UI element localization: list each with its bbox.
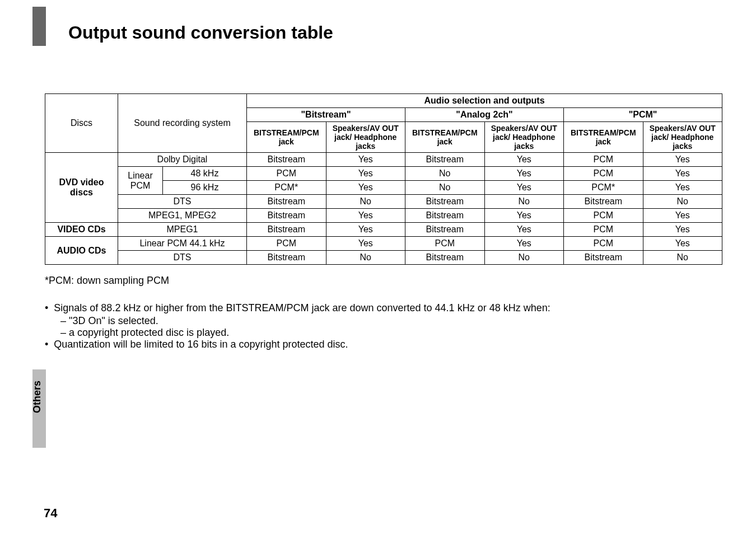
cell: Yes [643, 237, 722, 251]
cell: PCM [564, 153, 643, 167]
cell: No [326, 251, 405, 265]
conversion-table: Discs Sound recording system Audio selec… [45, 93, 722, 265]
header-sub-jack: BITSTREAM/PCM jack [405, 122, 485, 153]
cell: No [405, 181, 485, 195]
header-sub-jack: BITSTREAM/PCM jack [564, 122, 643, 153]
cell: PCM [564, 209, 643, 223]
row-dts: DTS [118, 195, 247, 209]
page: Output sound conversion table Discs Soun… [0, 0, 756, 534]
cell: Yes [484, 209, 564, 223]
row-video-label: VIDEO CDs [45, 223, 118, 237]
cell: Bitstream [405, 251, 485, 265]
row-dts2: DTS [118, 251, 247, 265]
section-label: Others [31, 381, 43, 413]
cell: Yes [643, 167, 722, 181]
header-sub-speakers: Speakers/AV OUT jack/ Headphone jacks [484, 122, 564, 153]
header-srs: Sound recording system [118, 94, 247, 153]
cell: Yes [643, 223, 722, 237]
cell: PCM [247, 167, 326, 181]
row-dvd-label: DVD video discs [45, 153, 118, 223]
row-audio-label: AUDIO CDs [45, 237, 118, 265]
cell: Yes [484, 153, 564, 167]
cell: Yes [484, 223, 564, 237]
header-sub-speakers: Speakers/AV OUT jack/ Headphone jacks [326, 122, 405, 153]
cell: PCM [405, 237, 485, 251]
header-mode-analog: "Analog 2ch" [405, 108, 564, 122]
cell: Yes [484, 237, 564, 251]
cell: No [484, 195, 564, 209]
bullet-2: Quantization will be limited to 16 bits … [45, 339, 722, 350]
cell: Yes [326, 237, 405, 251]
page-number: 74 [44, 506, 57, 521]
cell: Bitstream [247, 251, 326, 265]
row-mpeg1: MPEG1 [118, 223, 247, 237]
header-sub-speakers: Speakers/AV OUT jack/ Headphone jacks [643, 122, 722, 153]
cell: PCM* [247, 181, 326, 195]
cell: No [484, 251, 564, 265]
cell: Yes [643, 181, 722, 195]
row-mpeg12: MPEG1, MPEG2 [118, 209, 247, 223]
cell: Yes [643, 209, 722, 223]
bullet-1-sub2: – a copyright protected disc is played. [60, 327, 722, 339]
cell: Yes [326, 223, 405, 237]
header-audio-sel: Audio selection and outputs [247, 94, 722, 108]
cell: Bitstream [247, 153, 326, 167]
cell: Yes [643, 153, 722, 167]
row-96khz: 96 kHz [163, 181, 247, 195]
cell: Bitstream [247, 223, 326, 237]
footnote-pcm: *PCM: down sampling PCM [45, 275, 722, 287]
cell: Yes [484, 181, 564, 195]
cell: Yes [326, 167, 405, 181]
cell: No [643, 195, 722, 209]
cell: Bitstream [564, 195, 643, 209]
notes: Signals of 88.2 kHz or higher from the B… [45, 302, 722, 350]
cell: Bitstream [405, 209, 485, 223]
bullet-1-sub1: – "3D On" is selected. [60, 315, 722, 327]
cell: PCM [247, 237, 326, 251]
page-title: Output sound conversion table [68, 22, 722, 43]
header-sub-jack: BITSTREAM/PCM jack [247, 122, 326, 153]
cell: Bitstream [564, 251, 643, 265]
cell: PCM* [564, 181, 643, 195]
cell: PCM [564, 167, 643, 181]
cell: Yes [484, 167, 564, 181]
bullet-1: Signals of 88.2 kHz or higher from the B… [45, 302, 722, 314]
header-discs: Discs [45, 94, 118, 153]
cell: Bitstream [405, 195, 485, 209]
row-linear-pcm: Linear PCM [118, 167, 163, 195]
cell: Bitstream [405, 223, 485, 237]
cell: Yes [326, 181, 405, 195]
cell: Bitstream [247, 209, 326, 223]
cell: No [405, 167, 485, 181]
cell: Yes [326, 209, 405, 223]
cell: Yes [326, 153, 405, 167]
row-lpcm441: Linear PCM 44.1 kHz [118, 237, 247, 251]
cell: Bitstream [247, 195, 326, 209]
row-dolby: Dolby Digital [118, 153, 247, 167]
cell: PCM [564, 223, 643, 237]
header-mode-pcm: "PCM" [564, 108, 722, 122]
header-mode-bitstream: "Bitstream" [247, 108, 405, 122]
cell: Bitstream [405, 153, 485, 167]
cell: No [643, 251, 722, 265]
cell: PCM [564, 237, 643, 251]
side-tab-top [32, 7, 46, 46]
cell: No [326, 195, 405, 209]
row-48khz: 48 kHz [163, 167, 247, 181]
